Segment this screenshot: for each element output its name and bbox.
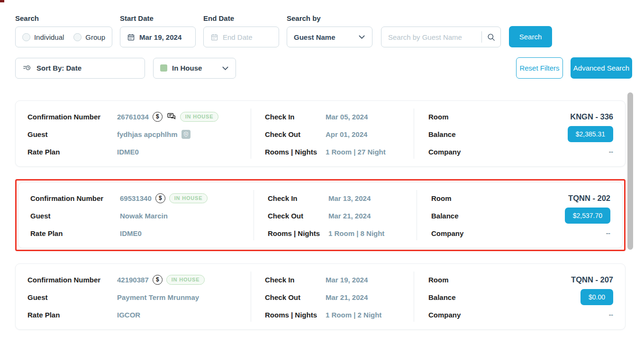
card-room-column: Room TQNN - 207 Balance $0.00 Company -- [414,264,625,329]
end-date-field[interactable]: End Date [203,27,279,47]
status-badge: IN HOUSE [166,275,205,285]
individual-radio-circle[interactable] [22,33,30,41]
balance-label: Balance [431,212,459,220]
guest-search-field [381,27,501,47]
rate-plan-value: IDME0 [120,229,142,237]
card-dates-column: Check In Mar 13, 2024 Check Out Mar 21, … [254,182,417,248]
room-label: Room [431,194,452,202]
room-value: TQNN - 202 [568,194,610,203]
reservation-card[interactable]: Confirmation Number 26761034 IN HOUSE Gu… [15,100,626,167]
check-in-value: Mar 19, 2024 [326,276,368,284]
guest-label: Guest [30,212,120,220]
rooms-nights-value: 1 Room | 27 Night [326,148,386,156]
status-badge: IN HOUSE [180,112,219,122]
check-out-label: Check Out [265,130,326,138]
guest-label: Guest [27,293,117,301]
guest-label: Guest [27,130,117,138]
rooms-nights-value: 1 Room | 8 Night [328,229,384,237]
search-by-dropdown[interactable]: Guest Name [287,27,372,47]
reset-filters-button[interactable]: Reset Filters [516,57,563,79]
end-date-label: End Date [203,14,279,22]
check-in-label: Check In [265,113,326,121]
reservation-card-body[interactable]: Confirmation Number 69531340 IN HOUSE Gu… [18,182,623,248]
rooms-nights-value: 1 Room | 2 Night [326,311,381,319]
company-value: -- [609,148,613,155]
chevron-down-icon [222,66,229,71]
group-radio-label: Group [85,33,105,41]
company-label: Company [428,311,461,319]
company-value: -- [609,311,613,318]
check-out-value: Mar 21, 2024 [326,293,368,301]
guest-name-value: Payment Term Mrunmay [117,293,199,301]
start-date-value: Mar 19, 2024 [139,33,181,41]
room-value: KNGN - 336 [570,112,613,121]
start-date-group: Start Date Mar 19, 2024 [120,14,196,47]
card-dates-column: Check In Mar 05, 2024 Check Out Apr 01, … [251,101,414,166]
check-in-value: Mar 05, 2024 [326,113,368,121]
confirmation-number-value[interactable]: 69531340 [120,194,152,202]
card-id-column: Confirmation Number 69531340 IN HOUSE Gu… [18,182,254,248]
filter-row-2: Sort By: Date In House Reset Filters Adv… [0,47,644,79]
group-radio[interactable]: Group [73,33,105,41]
balance-button[interactable]: $2,537.70 [565,208,610,224]
group-radio-circle[interactable] [73,33,82,41]
rate-plan-label: Rate Plan [27,311,117,319]
search-input[interactable] [388,33,479,41]
check-out-label: Check Out [268,212,328,220]
reservation-card[interactable]: Confirmation Number 42190387 IN HOUSE Gu… [15,263,626,330]
search-by-value: Guest Name [294,33,336,41]
confirmation-number-label: Confirmation Number [27,276,117,284]
filter-row-1: Search Individual Group Start Date Mar [0,0,644,47]
check-out-value: Mar 21, 2024 [328,212,371,220]
svg-text:S: S [185,133,187,136]
check-in-label: Check In [268,194,328,202]
confirmation-number-value[interactable]: 42190387 [117,276,149,284]
results-list: Confirmation Number 26761034 IN HOUSE Gu… [15,100,626,330]
end-date-group: End Date End Date [203,14,279,47]
reservation-card-highlighted[interactable]: Confirmation Number 69531340 IN HOUSE Gu… [15,179,626,251]
company-label: Company [431,229,463,237]
reservation-card-body[interactable]: Confirmation Number 26761034 IN HOUSE Gu… [15,100,626,167]
room-value: TQNN - 207 [571,275,613,284]
status-filter-value: In House [172,64,202,72]
calendar-icon [210,33,218,41]
search-type-box: Individual Group [15,27,112,47]
payment-dollar-icon[interactable] [153,275,163,285]
scrollbar-thumb[interactable] [627,92,633,250]
card-id-column: Confirmation Number 42190387 IN HOUSE Gu… [16,264,251,329]
rooms-nights-label: Rooms | Nights [265,148,326,156]
confirmation-number-value[interactable]: 26761034 [117,113,149,121]
rate-plan-value: IGCOR [117,311,140,319]
payment-dollar-icon[interactable] [155,193,165,203]
search-label: Search [15,14,112,22]
room-label: Room [428,276,449,284]
sort-by-time-icon [22,63,31,72]
individual-radio[interactable]: Individual [22,33,64,41]
advanced-search-button[interactable]: Advanced Search [571,57,632,79]
balance-label: Balance [428,293,456,301]
status-badge: IN HOUSE [169,193,208,203]
guest-name-value: Nowak Marcin [120,212,168,220]
room-label: Room [428,113,449,121]
status-filter-dropdown[interactable]: In House [153,58,236,79]
start-date-field[interactable]: Mar 19, 2024 [120,27,196,47]
reservation-card-body[interactable]: Confirmation Number 42190387 IN HOUSE Gu… [15,263,626,330]
search-icon[interactable] [487,33,496,42]
sort-by-dropdown[interactable]: Sort By: Date [15,58,145,79]
guest-search-page: Search Individual Group Start Date Mar [0,0,644,344]
search-type-group: Search Individual Group [15,14,112,47]
balance-button[interactable]: $2,385.31 [568,126,613,142]
balance-button[interactable]: $0.00 [581,289,613,305]
in-house-status-swatch [160,64,167,72]
rooms-nights-label: Rooms | Nights [268,229,328,237]
sort-by-value: Sort By: Date [36,64,82,72]
rate-plan-label: Rate Plan [30,229,120,237]
chat-message-icon[interactable] [166,112,176,122]
balance-label: Balance [428,130,456,138]
calendar-icon [127,33,135,41]
search-button[interactable]: Search [509,26,552,47]
rate-plan-label: Rate Plan [27,148,117,156]
payment-dollar-icon[interactable] [153,112,163,122]
card-room-column: Room TQNN - 202 Balance $2,537.70 Compan… [417,182,622,248]
input-divider [481,31,482,43]
